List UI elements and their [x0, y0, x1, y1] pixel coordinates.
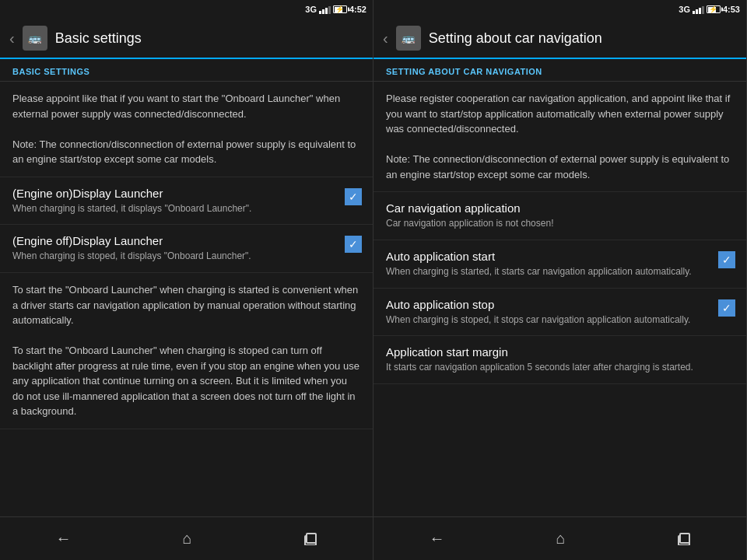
signal-bars-left [319, 5, 331, 14]
right-screen: 3G ⚡ 4:53 ‹ 🚌 Setting about car navigati… [374, 0, 747, 560]
checkbox-engine-off[interactable]: ✓ [345, 236, 362, 253]
nav-bar-right: ← ⌂ [374, 516, 746, 560]
bar3 [325, 8, 328, 14]
setting-title-start-margin: Application start margin [386, 345, 734, 359]
recent-button-right[interactable] [661, 525, 707, 553]
status-icons-left: 3G ⚡ 4:52 [305, 5, 366, 14]
section-header-left: BASIC SETTINGS [0, 59, 373, 82]
bar4 [328, 6, 331, 14]
setting-desc-auto-stop: When charging is stoped, it stops car na… [386, 313, 734, 327]
back-button-left[interactable]: ← [40, 522, 86, 555]
bolt-icon-left: ⚡ [335, 5, 344, 13]
back-arrow-right[interactable]: ‹ [383, 30, 388, 47]
check-mark-engine-off: ✓ [349, 239, 358, 250]
back-button-right[interactable]: ← [413, 522, 460, 555]
svg-rect-1 [307, 534, 316, 543]
network-type-right: 3G [679, 5, 690, 14]
content-right: SETTING ABOUT CAR NAVIGATION Please regi… [374, 59, 746, 516]
status-bar-right: 3G ⚡ 4:53 [374, 0, 746, 19]
setting-item-auto-start[interactable]: Auto application start When charging is … [374, 240, 746, 289]
app-icon-symbol-left: 🚌 [28, 32, 41, 44]
setting-desc-start-margin: It starts car navigation application 5 s… [386, 361, 734, 374]
signal-bars-right [693, 5, 704, 14]
intro-text-right: Please register cooperation car navigati… [374, 82, 746, 192]
setting-title-car-nav-app: Car navigation application [386, 201, 734, 215]
status-icons-right: 3G ⚡ 4:53 [679, 5, 740, 14]
time-left: 4:52 [349, 5, 366, 14]
setting-title-engine-on: (Engine on)Display Launcher [12, 187, 360, 200]
bar2 [322, 9, 324, 14]
page-title-left: Basic settings [55, 30, 142, 47]
battery-icon-right: ⚡ [707, 5, 721, 13]
bolt-icon-right: ⚡ [709, 5, 717, 13]
check-mark-auto-stop: ✓ [722, 303, 731, 313]
app-icon-symbol-right: 🚌 [402, 32, 415, 44]
page-title-right: Setting about car navigation [429, 30, 602, 47]
setting-title-engine-off: (Engine off)Display Launcher [12, 234, 360, 247]
home-button-right[interactable]: ⌂ [540, 522, 580, 555]
content-left: BASIC SETTINGS Please appoint like that … [0, 59, 373, 516]
check-mark-auto-start: ✓ [722, 254, 731, 265]
app-icon-right: 🚌 [396, 26, 421, 51]
app-icon-left: 🚌 [23, 26, 47, 51]
check-mark-engine-on: ✓ [349, 191, 358, 202]
setting-item-auto-stop[interactable]: Auto application stop When charging is s… [374, 289, 746, 337]
network-type-left: 3G [305, 5, 317, 14]
bar1 [319, 11, 321, 14]
setting-desc-engine-off: When charging is stoped, it displays "On… [12, 250, 360, 263]
bar1r [693, 11, 695, 14]
recent-icon-right [677, 533, 691, 545]
title-bar-right: ‹ 🚌 Setting about car navigation [374, 19, 746, 59]
footer-text-left: To start the "Onboard Launcher" when cha… [0, 273, 373, 429]
checkbox-auto-start[interactable]: ✓ [718, 251, 735, 268]
section-header-right: SETTING ABOUT CAR NAVIGATION [374, 59, 746, 82]
setting-desc-auto-start: When charging is started, it starts car … [386, 265, 734, 278]
setting-item-engine-on[interactable]: (Engine on)Display Launcher When chargin… [0, 177, 373, 226]
status-bar-left: 3G ⚡ 4:52 [0, 0, 373, 19]
home-button-left[interactable]: ⌂ [167, 522, 207, 555]
setting-desc-car-nav-app: Car navigation application is not chosen… [386, 217, 734, 230]
setting-item-start-margin[interactable]: Application start margin It starts car n… [374, 336, 746, 384]
setting-item-engine-off[interactable]: (Engine off)Display Launcher When chargi… [0, 225, 373, 273]
bar3r [699, 8, 701, 14]
setting-title-auto-start: Auto application start [386, 250, 734, 263]
nav-bar-left: ← ⌂ [0, 516, 373, 560]
setting-desc-engine-on: When charging is started, it displays "O… [12, 202, 360, 215]
setting-title-auto-stop: Auto application stop [386, 298, 734, 311]
left-screen: 3G ⚡ 4:52 ‹ 🚌 Basic settings BASIC SETTI… [0, 0, 374, 560]
bar2r [696, 9, 698, 14]
recent-icon-left [303, 533, 317, 545]
checkbox-auto-stop[interactable]: ✓ [718, 299, 735, 317]
svg-rect-3 [680, 534, 689, 543]
recent-button-left[interactable] [288, 525, 333, 553]
checkbox-engine-on[interactable]: ✓ [345, 188, 362, 205]
time-right: 4:53 [723, 5, 740, 14]
setting-item-car-nav-app[interactable]: Car navigation application Car navigatio… [374, 192, 746, 240]
battery-icon-left: ⚡ [333, 5, 347, 13]
title-bar-left: ‹ 🚌 Basic settings [0, 19, 373, 59]
back-arrow-left[interactable]: ‹ [9, 30, 15, 47]
bar4r [702, 6, 704, 14]
intro-text-left: Please appoint like that if you want to … [0, 82, 373, 177]
